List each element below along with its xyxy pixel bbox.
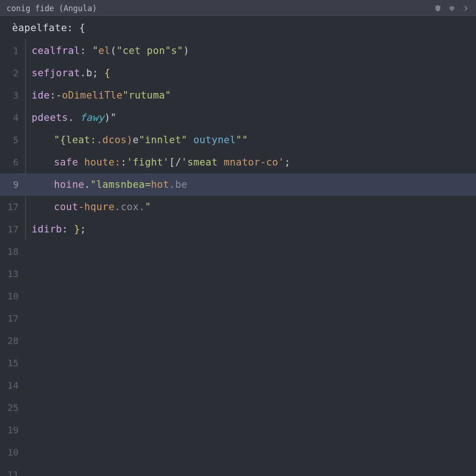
line-number: 25	[0, 403, 25, 412]
line-number: 11	[0, 470, 25, 476]
token: e	[133, 134, 139, 145]
code-line[interactable]: 4pdeets. fawy)"	[0, 106, 476, 129]
code-line[interactable]: 6safe houte::'fight'[/'smeat mnator-co';	[0, 151, 476, 173]
token: oDimeliTle	[62, 90, 122, 101]
token: -hqure	[78, 201, 114, 212]
code-content: pdeets. fawy)"	[26, 113, 117, 123]
token: "	[145, 201, 151, 212]
token: .cox.	[114, 201, 145, 212]
token: .be	[169, 179, 187, 190]
declaration-colon: :	[67, 22, 79, 33]
title-bar-icons	[434, 5, 469, 12]
line-number: 19	[0, 425, 25, 435]
code-content: hoine."lamsnbea=hot.be	[26, 180, 187, 190]
token: :	[62, 224, 74, 235]
indent-guide	[25, 352, 26, 374]
token: .	[68, 112, 80, 123]
code-line[interactable]: 10	[0, 441, 476, 463]
code-editor[interactable]: èapelfate: { 1cealfral: "el("cet pon"s")…	[0, 17, 476, 476]
token: ""	[236, 134, 248, 145]
token: ;	[284, 157, 291, 168]
code-line[interactable]: 17cout-hqure.cox."	[0, 196, 476, 218]
shield-icon[interactable]	[434, 5, 442, 12]
code-content: idirb: };	[26, 225, 86, 234]
chevron-right-icon[interactable]	[462, 5, 469, 12]
code-line[interactable]: 18	[0, 240, 476, 263]
code-line[interactable]: 15	[0, 352, 476, 374]
code-line[interactable]: 1cealfral: "el("cet pon"s")	[0, 40, 476, 62]
token: .	[84, 179, 90, 190]
line-number: 14	[0, 381, 25, 390]
token: "{leat:	[54, 134, 96, 145]
token: 'smeat	[181, 157, 224, 168]
token: (	[111, 45, 117, 56]
code-line[interactable]: 25	[0, 397, 476, 419]
token: "	[92, 45, 98, 56]
token: houte:	[84, 157, 120, 168]
code-content: cealfral: "el("cet pon"s")	[26, 46, 189, 56]
token: )"	[105, 112, 117, 123]
code-line[interactable]: 2sefjorat.b; {	[0, 62, 476, 84]
token: safe	[54, 157, 84, 168]
code-line[interactable]: 13	[0, 263, 476, 285]
code-line[interactable]: 28	[0, 330, 476, 352]
token: hoine	[54, 179, 84, 190]
token: :	[80, 45, 92, 56]
code-content: ide:-oDimeliTle"rutuma"	[26, 91, 171, 100]
token: ide	[32, 90, 50, 101]
line-number: 6	[0, 158, 25, 167]
line-number: 18	[0, 247, 25, 256]
declaration-brace: {	[79, 22, 86, 33]
code-line[interactable]: 14	[0, 374, 476, 397]
editor-title-bar: conig fide (Angula)	[0, 0, 476, 17]
file-title: conig fide (Angula)	[7, 4, 97, 13]
token: "innlet"	[139, 134, 187, 145]
indent-guide	[25, 419, 26, 441]
code-line[interactable]: 3ide:-oDimeliTle"rutuma"	[0, 84, 476, 106]
indent-guide	[25, 463, 26, 476]
code-content: cout-hqure.cox."	[26, 202, 151, 212]
line-number: 28	[0, 336, 25, 345]
token: .b;	[80, 67, 104, 79]
token: .dcos)	[96, 134, 132, 145]
line-number: 5	[0, 135, 25, 145]
code-line[interactable]: 9hoine."lamsnbea=hot.be	[0, 173, 476, 196]
token: pdeets	[32, 112, 68, 123]
line-number: 10	[0, 291, 25, 301]
indent-guide	[25, 263, 26, 285]
indent-guide	[25, 374, 26, 397]
token: }	[74, 224, 80, 235]
line-number: 13	[0, 269, 25, 278]
indent-guide	[25, 240, 26, 263]
indent-guide	[25, 397, 26, 419]
token: el	[99, 45, 111, 56]
code-line[interactable]: 17idirb: };	[0, 218, 476, 240]
token: 'fight'	[127, 157, 169, 168]
token: mnator-co'	[224, 157, 284, 168]
token: ;	[80, 224, 86, 235]
token: idirb	[32, 224, 62, 235]
code-line[interactable]: 17	[0, 307, 476, 330]
code-content: "{leat:.dcos)e"innlet" outynel""	[26, 135, 248, 145]
line-number: 17	[0, 202, 25, 212]
line-number: 17	[0, 314, 25, 323]
code-line[interactable]: 19	[0, 419, 476, 441]
line-number: 10	[0, 448, 25, 457]
line-number: 4	[0, 113, 25, 122]
code-line[interactable]: 5"{leat:.dcos)e"innlet" outynel""	[0, 129, 476, 151]
token: sefjorat	[32, 67, 80, 79]
heart-icon[interactable]	[448, 5, 456, 12]
indent-guide	[25, 330, 26, 352]
line-number: 2	[0, 68, 25, 78]
code-line[interactable]: 10	[0, 285, 476, 307]
token: :-	[50, 90, 62, 101]
line-number: 1	[0, 46, 25, 55]
code-line[interactable]: 11	[0, 463, 476, 476]
token	[187, 134, 193, 145]
token: fawy	[80, 112, 104, 123]
token: {	[105, 67, 111, 79]
code-content: safe houte::'fight'[/'smeat mnator-co';	[26, 158, 291, 167]
indent-guide	[25, 441, 26, 463]
declaration-line: èapelfate: {	[0, 17, 476, 40]
line-number: 15	[0, 358, 25, 368]
